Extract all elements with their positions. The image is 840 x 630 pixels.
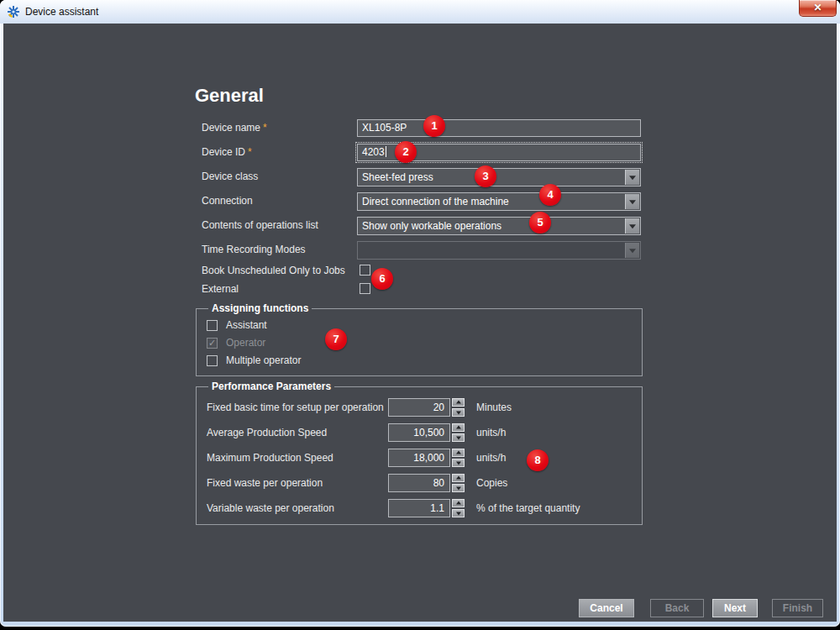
device-name-label: Device name [202,122,260,134]
fixed-waste-unit: Copies [476,477,507,489]
time-recording-row: Time Recording Modes [202,241,837,259]
wizard-footer: Cancel Back Next Finish [579,599,823,617]
operator-label: Operator [226,337,265,349]
spinner-up-icon[interactable] [452,423,465,432]
text-cursor [386,146,386,157]
device-name-row: Device name* XL105-8P [202,119,837,137]
assistant-checkbox[interactable] [207,320,218,331]
spinner-down-icon[interactable] [452,509,465,517]
variable-waste-label: Variable waste per operation [207,502,388,514]
connection-row: Connection Direct connection of the mach… [202,192,837,210]
variable-waste-value: 1.1 [430,502,444,514]
annotation-badge-6: 6 [371,268,393,290]
connection-dropdown[interactable]: Direct connection of the machine [357,192,641,211]
device-id-label: Device ID [202,146,245,158]
check-icon: ✓ [208,338,216,348]
fixed-waste-input[interactable]: 80 [388,474,450,492]
next-button[interactable]: Next [712,599,758,617]
time-recording-dropdown [357,241,641,260]
spinner-up-icon[interactable] [452,449,465,457]
annotation-badge-7: 7 [325,328,347,350]
device-name-value: XL105-8P [362,122,407,134]
annotation-badge-2: 2 [395,141,417,163]
multiple-operator-row: Multiple operator [207,352,642,370]
assigning-functions-title: Assigning functions [208,302,312,314]
multiple-operator-checkbox[interactable] [207,355,218,366]
back-button: Back [650,599,704,617]
annotation-badge-1: 1 [423,115,445,137]
spinner-down-icon[interactable] [452,408,465,417]
dialog-content: General Device name* XL105-8P Device ID*… [3,24,837,622]
spinner-up-icon[interactable] [452,499,465,507]
variable-waste-row: Variable waste per operation 1.1 % of th… [207,496,642,521]
window-title: Device assistant [25,6,98,18]
book-unscheduled-checkbox[interactable] [360,265,370,276]
setup-time-input[interactable]: 20 [388,398,450,417]
finish-button: Finish [772,599,823,617]
cancel-button[interactable]: Cancel [579,599,634,617]
performance-parameters-title: Performance Parameters [208,381,334,392]
setup-time-row: Fixed basic time for setup per operation… [207,395,642,420]
setup-time-unit: Minutes [476,402,512,413]
fixed-waste-value: 80 [433,477,444,489]
time-recording-label: Time Recording Modes [202,241,306,259]
book-unscheduled-label: Book Unscheduled Only to Jobs [202,265,345,276]
max-speed-value: 18,000 [413,452,444,464]
required-marker: * [248,146,252,158]
spinner-down-icon[interactable] [452,433,465,442]
max-speed-input[interactable]: 18,000 [388,449,450,467]
spinner-down-icon[interactable] [452,484,465,492]
assistant-label: Assistant [226,319,267,332]
device-class-value: Sheet-fed press [362,171,433,183]
external-label: External [202,283,239,295]
device-name-input[interactable]: XL105-8P [357,119,641,137]
device-class-label: Device class [202,168,258,186]
page-title: General [195,85,264,107]
device-id-row: Device ID* 4203 [202,144,837,161]
avg-speed-row: Average Production Speed 10,500 units/h [207,420,642,445]
external-checkbox[interactable] [360,283,370,294]
device-class-dropdown[interactable]: Sheet-fed press [357,168,641,186]
spinner-up-icon[interactable] [452,474,465,482]
annotation-badge-5: 5 [529,212,551,234]
variable-waste-unit: % of the target quantity [476,502,580,514]
multiple-operator-label: Multiple operator [226,354,301,367]
app-icon [7,5,20,18]
avg-speed-unit: units/h [476,427,506,438]
device-id-value: 4203 [362,146,385,158]
operations-list-label: Contents of operations list [202,217,318,234]
chevron-down-icon[interactable] [625,218,639,234]
setup-time-value: 20 [433,402,444,413]
avg-speed-input[interactable]: 10,500 [388,423,450,442]
chevron-down-icon[interactable] [625,170,639,185]
operations-list-row: Contents of operations list Show only wo… [202,217,837,234]
operator-checkbox: ✓ [207,338,218,349]
annotation-badge-8: 8 [527,449,549,471]
device-assistant-window: Device assistant ✕ General Device name* … [0,0,840,627]
variable-waste-input[interactable]: 1.1 [388,499,450,517]
chevron-down-icon [625,243,639,258]
connection-label: Connection [202,192,253,210]
max-speed-row: Maximum Production Speed 18,000 units/h [207,445,642,470]
operations-list-value: Show only workable operations [362,220,501,232]
connection-value: Direct connection of the machine [362,196,509,207]
setup-time-label: Fixed basic time for setup per operation [207,402,388,413]
operations-list-dropdown[interactable]: Show only workable operations [357,217,641,235]
chevron-down-icon[interactable] [625,194,639,209]
fixed-waste-label: Fixed waste per operation [207,477,388,489]
avg-speed-label: Average Production Speed [207,427,388,438]
book-unscheduled-row: Book Unscheduled Only to Jobs [202,265,837,277]
assistant-row: Assistant [207,317,642,334]
close-button[interactable]: ✕ [799,0,837,17]
title-bar: Device assistant ✕ [0,0,840,24]
external-row: External [202,283,837,296]
spinner-down-icon[interactable] [452,459,465,467]
required-marker: * [263,122,267,134]
close-icon: ✕ [813,2,822,13]
assigning-functions-group: Assigning functions Assistant ✓ Operator… [196,302,643,376]
spinner-up-icon[interactable] [452,398,465,407]
fixed-waste-row: Fixed waste per operation 80 Copies [207,470,642,496]
avg-speed-value: 10,500 [413,427,444,438]
max-speed-label: Maximum Production Speed [207,452,388,464]
performance-parameters-group: Performance Parameters Fixed basic time … [196,381,643,525]
